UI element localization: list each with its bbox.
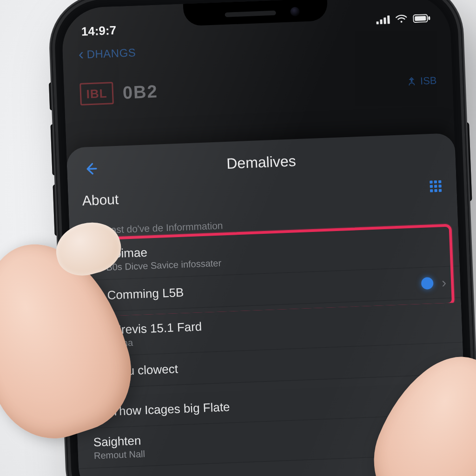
cellular-icon [376,15,390,24]
svg-rect-2 [428,16,430,20]
item-title: Plau clowect [110,351,450,379]
svg-rect-3 [430,180,432,183]
svg-rect-9 [430,189,433,192]
battery-icon [413,14,431,23]
status-time: 14:9:7 [81,23,116,39]
station-badge: IBL [79,82,114,106]
isb-tag[interactable]: ISB [406,74,437,87]
svg-rect-10 [434,189,437,192]
svg-rect-1 [415,16,426,21]
status-dot-icon [421,277,434,290]
wifi-icon [395,14,408,24]
station-value: 0B2 [122,81,158,103]
item-title: Comming L5B [107,276,422,303]
svg-rect-7 [434,185,437,187]
chevron-right-icon: › [442,274,447,290]
keypad-icon[interactable] [429,179,443,195]
group-caption: Least do've de Informmation [100,220,223,236]
person-up-icon [406,76,417,87]
svg-rect-8 [438,185,441,187]
sheet-title: Demalives [80,147,443,178]
svg-rect-5 [438,180,441,183]
svg-rect-6 [430,185,433,188]
chevron-left-icon: ‹ [78,46,84,62]
svg-rect-4 [434,180,437,183]
svg-rect-11 [439,189,442,192]
about-label: About [82,192,119,209]
back-link-label: DHANGS [86,46,136,61]
